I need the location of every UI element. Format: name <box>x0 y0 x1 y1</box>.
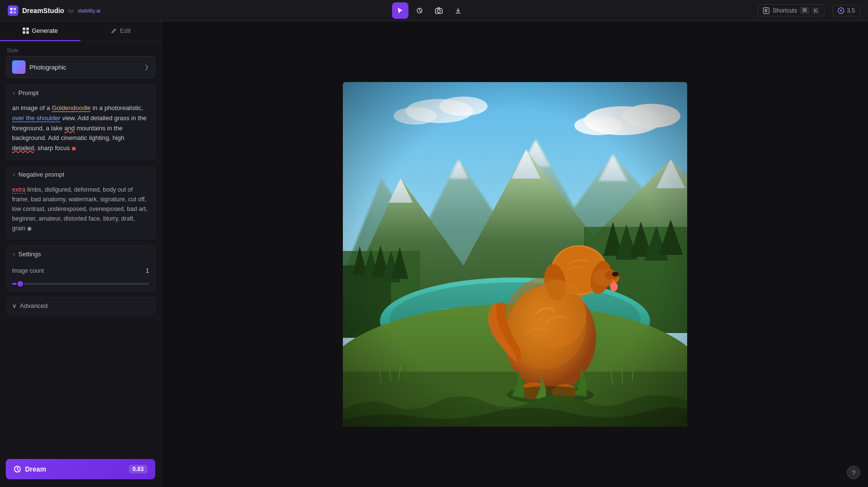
negative-section-title: Negative prompt <box>18 171 64 178</box>
sidebar: Generate Edit Style Photographic <box>0 21 162 487</box>
image-count-label: Image count <box>12 267 44 274</box>
prompt-section-body: an image of a Goldendoodle in a photorea… <box>6 101 155 159</box>
advanced-section-header[interactable]: ∨ Advanced <box>6 297 155 314</box>
help-icon: ? <box>852 469 855 476</box>
dream-btn-left: Dream <box>14 465 46 473</box>
svg-rect-12 <box>26 31 29 34</box>
topnav-left: DreamStudio by stability.ai <box>8 5 100 16</box>
credits-button[interactable]: 3.5 <box>832 5 860 16</box>
dream-button[interactable]: Dream 0.83 <box>6 459 155 479</box>
download-tool-button[interactable] <box>450 2 466 19</box>
negative-section-body: extra limbs, disfigured, deformed, body … <box>6 183 155 239</box>
negative-chevron: ∨ <box>12 172 15 177</box>
svg-rect-9 <box>23 28 26 30</box>
svg-rect-10 <box>26 28 29 30</box>
svg-rect-2 <box>10 11 13 14</box>
advanced-section-title: Advanced <box>20 302 48 309</box>
prompt-and: and <box>64 125 75 132</box>
prompt-text-mid: in a photorealistic, <box>91 104 143 111</box>
shortcut-kbd1: ⌘ <box>800 7 809 14</box>
shortcut-kbd2: K <box>812 7 819 14</box>
prompt-goldendoodle: Goldendoodle <box>52 104 91 112</box>
image-count-slider-container <box>6 279 155 291</box>
style-selector[interactable]: Photographic ❯ <box>6 56 155 78</box>
negative-text-rest: limbs, disfigured, deformed, body out of… <box>12 186 148 232</box>
svg-rect-0 <box>10 8 13 10</box>
credits-value: 3.5 <box>847 7 855 14</box>
prompt-text-end: , sharp focus <box>34 144 70 152</box>
sidebar-tabs: Generate Edit <box>0 21 161 42</box>
style-left: Photographic <box>12 60 67 74</box>
advanced-chevron: ∨ <box>12 302 17 309</box>
prompt-detailed: detailed <box>12 144 34 152</box>
app-brand: stability.ai <box>78 8 100 14</box>
negative-extra-word: extra <box>12 186 26 194</box>
dream-button-label: Dream <box>25 465 46 473</box>
prompt-textarea[interactable]: an image of a Goldendoodle in a photorea… <box>12 103 149 153</box>
prompt-over-the: over the shoulder <box>12 114 60 122</box>
camera-tool-button[interactable] <box>431 2 447 19</box>
topnav-right: Shortcuts ⌘ K 3.5 <box>758 4 860 16</box>
prompt-text-before: an image of a <box>12 104 52 111</box>
negative-status-dot <box>27 227 31 231</box>
canvas-area: ? <box>162 21 868 487</box>
help-button[interactable]: ? <box>847 466 860 479</box>
negative-prompt-section: ∨ Negative prompt extra limbs, disfigure… <box>6 166 155 239</box>
shortcuts-label: Shortcuts <box>773 7 797 14</box>
slider-thumb[interactable] <box>17 281 23 287</box>
topnav: DreamStudio by stability.ai <box>0 0 868 21</box>
prompt-section: ∨ Prompt an image of a Goldendoodle in a… <box>6 84 155 160</box>
svg-rect-1 <box>14 8 16 10</box>
topnav-center <box>392 2 466 19</box>
tab-generate-label: Generate <box>32 27 58 34</box>
image-count-value: 1 <box>146 267 149 274</box>
dream-cost-badge: 0.83 <box>129 465 148 473</box>
image-count-slider-track[interactable] <box>12 283 149 285</box>
prompt-status-dot <box>72 147 76 151</box>
app-title: DreamStudio <box>22 7 64 14</box>
prompt-section-header[interactable]: ∨ Prompt <box>6 84 155 101</box>
sidebar-content: Style Photographic ❯ ∨ Prompt <box>0 42 161 455</box>
prompt-chevron: ∨ <box>12 90 15 96</box>
shortcuts-button[interactable]: Shortcuts ⌘ K <box>758 4 825 16</box>
select-tool-button[interactable] <box>392 2 408 19</box>
app-logo <box>8 5 18 16</box>
settings-body: Image count 1 <box>6 263 155 291</box>
settings-section: ∨ Settings Image count 1 <box>6 245 155 291</box>
negative-section-header[interactable]: ∨ Negative prompt <box>6 166 155 183</box>
shape-tool-button[interactable] <box>411 2 428 19</box>
negative-textarea[interactable]: extra limbs, disfigured, deformed, body … <box>12 185 149 233</box>
main-area: Generate Edit Style Photographic <box>0 21 868 487</box>
settings-chevron: ∨ <box>12 251 15 257</box>
svg-rect-73 <box>343 82 687 427</box>
style-chevron: ❯ <box>144 64 149 70</box>
settings-section-header[interactable]: ∨ Settings <box>6 246 155 263</box>
prompt-section-title: Prompt <box>18 89 39 97</box>
svg-rect-11 <box>23 31 26 34</box>
generated-image <box>343 82 687 427</box>
tab-generate[interactable]: Generate <box>0 21 81 41</box>
style-thumbnail <box>12 60 26 74</box>
advanced-section: ∨ Advanced <box>6 297 155 315</box>
tab-edit-label: Edit <box>120 27 131 34</box>
svg-rect-3 <box>14 11 16 14</box>
settings-section-title: Settings <box>18 250 41 258</box>
style-section-label: Style <box>6 47 155 53</box>
app-by-text: by <box>68 8 74 14</box>
tab-edit[interactable]: Edit <box>81 21 161 41</box>
svg-point-6 <box>437 10 440 13</box>
style-value: Photographic <box>29 64 67 71</box>
image-count-row: Image count 1 <box>6 263 155 279</box>
